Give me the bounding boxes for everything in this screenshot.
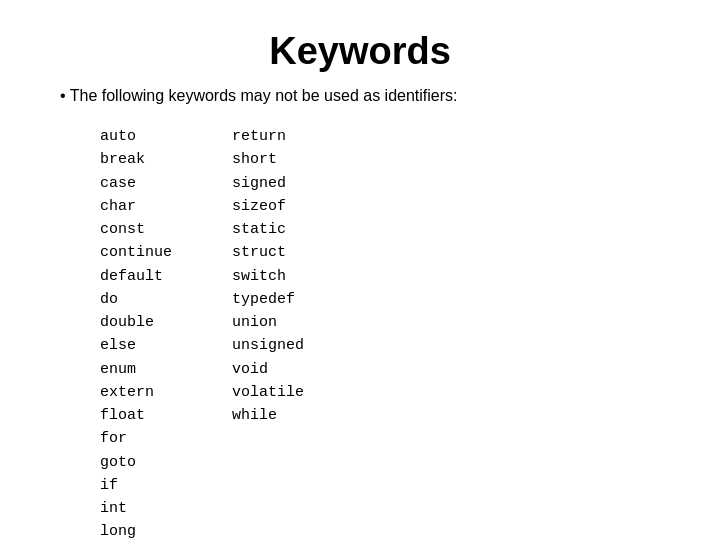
list-item: union [232, 311, 304, 334]
list-item: enum [100, 358, 172, 381]
list-item: continue [100, 241, 172, 264]
list-item: sizeof [232, 195, 304, 218]
list-item: auto [100, 125, 172, 148]
list-item: typedef [232, 288, 304, 311]
list-item: double [100, 311, 172, 334]
list-item: short [232, 148, 304, 171]
list-item: volatile [232, 381, 304, 404]
list-item: static [232, 218, 304, 241]
list-item: int [100, 497, 172, 520]
keywords-container: autobreakcasecharconstcontinuedefaultdod… [60, 125, 660, 540]
list-item: long [100, 520, 172, 540]
list-item: return [232, 125, 304, 148]
list-item: void [232, 358, 304, 381]
list-item: float [100, 404, 172, 427]
list-item: struct [232, 241, 304, 264]
list-item: else [100, 334, 172, 357]
list-item: for [100, 427, 172, 450]
list-item: do [100, 288, 172, 311]
list-item: unsigned [232, 334, 304, 357]
page-title: Keywords [60, 30, 660, 73]
list-item: if [100, 474, 172, 497]
list-item: break [100, 148, 172, 171]
keywords-column-left: autobreakcasecharconstcontinuedefaultdod… [100, 125, 172, 540]
subtitle-text: • The following keywords may not be used… [60, 87, 660, 105]
keywords-column-right: returnshortsignedsizeofstaticstructswitc… [232, 125, 304, 540]
list-item: default [100, 265, 172, 288]
list-item: while [232, 404, 304, 427]
list-item: goto [100, 451, 172, 474]
list-item: switch [232, 265, 304, 288]
list-item: extern [100, 381, 172, 404]
page: Keywords • The following keywords may no… [0, 0, 720, 540]
list-item: char [100, 195, 172, 218]
list-item: case [100, 172, 172, 195]
list-item: signed [232, 172, 304, 195]
list-item: const [100, 218, 172, 241]
